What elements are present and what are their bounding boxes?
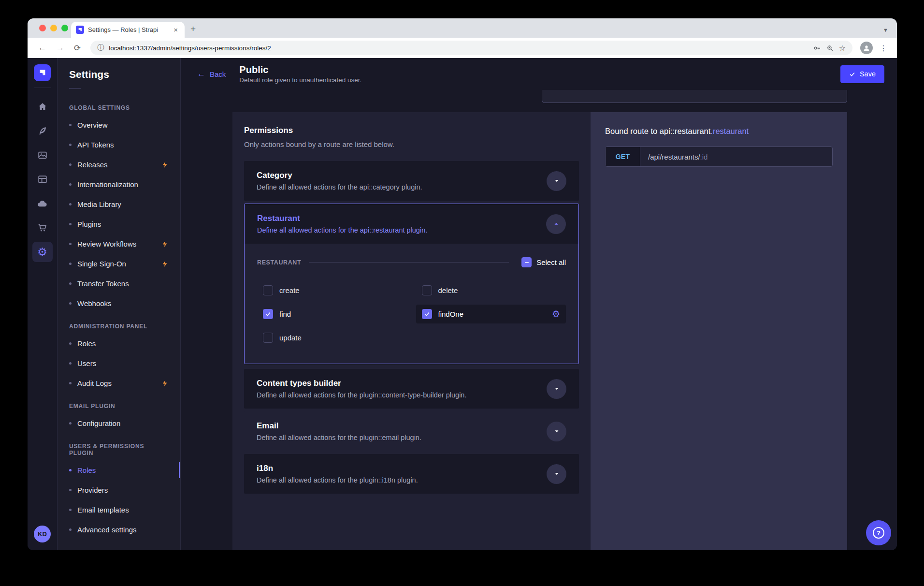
- sidebar-item-email-templates[interactable]: Email templates: [58, 500, 180, 520]
- sidebar-item-media-library[interactable]: Media Library: [58, 194, 180, 214]
- back-arrow-icon: ←: [197, 69, 205, 79]
- back-link[interactable]: ←Back: [197, 69, 226, 79]
- sidebar-item-users[interactable]: Users: [58, 353, 180, 373]
- browser-tab[interactable]: Settings — Roles | Strapi ×: [71, 22, 185, 38]
- advanced-settings-gear-icon[interactable]: ⚙: [552, 309, 560, 319]
- sidebar-item-providers[interactable]: Providers: [58, 480, 180, 500]
- chevron-down-icon[interactable]: [547, 464, 566, 484]
- help-button[interactable]: ?: [866, 520, 891, 545]
- checkbox-delete[interactable]: [422, 285, 432, 295]
- sidebar-item-transfer-tokens[interactable]: Transfer Tokens: [58, 274, 180, 293]
- zoom-icon[interactable]: [826, 44, 834, 52]
- sidebar-item-releases[interactable]: Releases: [58, 155, 180, 175]
- browser-menu-icon[interactable]: ⋮: [877, 44, 890, 53]
- select-all-checkbox[interactable]: [521, 257, 532, 267]
- checkbox-create[interactable]: [263, 285, 273, 295]
- browser-toolbar: ← → ⟳ ⓘ localhost:1337/admin/settings/us…: [28, 38, 897, 58]
- strapi-app: ⚙ KD Settings GLOBAL SETTINGS Overview A…: [28, 58, 897, 550]
- tab-strip: Settings — Roles | Strapi × + ▼: [28, 18, 897, 38]
- rail-divider: [34, 88, 51, 88]
- scroll-area: Permissions Only actions bound by a rout…: [181, 90, 897, 550]
- sidebar-item-review-workflows[interactable]: Review Workflows: [58, 234, 180, 254]
- minimize-window-button[interactable]: [50, 25, 57, 31]
- user-avatar[interactable]: KD: [34, 526, 51, 542]
- sidebar-item-configuration[interactable]: Configuration: [58, 413, 180, 433]
- sidebar-item-up-roles[interactable]: Roles: [58, 460, 180, 480]
- question-mark-icon: ?: [873, 527, 884, 539]
- permission-create[interactable]: create: [257, 281, 407, 300]
- section-global-settings: GLOBAL SETTINGS: [58, 95, 180, 115]
- premium-bolt-icon: [161, 161, 169, 168]
- accordion-email[interactable]: Email Define all allowed actions for the…: [244, 411, 579, 451]
- permissions-subtitle: Only actions bound by a route are listed…: [244, 140, 579, 148]
- marketplace-cart-icon[interactable]: [32, 218, 53, 238]
- password-key-icon[interactable]: [813, 44, 821, 52]
- window-controls[interactable]: [39, 25, 68, 31]
- profile-avatar-icon[interactable]: [860, 42, 873, 54]
- bullet-icon: [69, 183, 72, 186]
- back-button[interactable]: ←: [34, 43, 50, 53]
- bullet-icon: [69, 342, 72, 345]
- sidebar-item-plugins[interactable]: Plugins: [58, 214, 180, 234]
- content-manager-feather-icon[interactable]: [32, 121, 53, 141]
- site-info-icon[interactable]: ⓘ: [97, 44, 104, 52]
- bookmark-star-icon[interactable]: ☆: [839, 44, 846, 53]
- route-param: :id: [700, 153, 708, 161]
- subnav-title: Settings: [58, 69, 180, 80]
- save-button[interactable]: Save: [840, 65, 884, 83]
- accordion-content-types-builder[interactable]: Content types builder Define all allowed…: [244, 369, 579, 409]
- route-box: GET /api/restaurants/:id: [605, 146, 833, 167]
- checkbox-findone[interactable]: [422, 309, 432, 319]
- bullet-icon: [69, 144, 72, 146]
- bullet-icon: [69, 223, 72, 225]
- select-all-control[interactable]: Select all: [521, 257, 566, 267]
- permission-delete[interactable]: delete: [416, 281, 566, 300]
- sidebar-item-overview[interactable]: Overview: [58, 115, 180, 135]
- close-window-button[interactable]: [39, 25, 46, 31]
- sidebar-item-api-tokens[interactable]: API Tokens: [58, 135, 180, 155]
- checkbox-update[interactable]: [263, 333, 273, 343]
- group-label: RESTAURANT: [257, 259, 301, 266]
- controller-name: .restaurant: [710, 127, 749, 135]
- sidebar-item-advanced-settings[interactable]: Advanced settings: [58, 520, 180, 540]
- settings-subnav: Settings GLOBAL SETTINGS Overview API To…: [58, 58, 181, 550]
- chevron-down-icon[interactable]: [547, 379, 566, 399]
- premium-bolt-icon: [161, 260, 169, 267]
- settings-gear-icon[interactable]: ⚙: [32, 242, 53, 262]
- reload-button[interactable]: ⟳: [70, 43, 85, 53]
- accordion-i18n[interactable]: i18n Define all allowed actions for the …: [244, 454, 579, 494]
- sidebar-item-audit-logs[interactable]: Audit Logs: [58, 373, 180, 393]
- tab-close-icon[interactable]: ×: [172, 25, 180, 34]
- media-library-icon[interactable]: [32, 145, 53, 165]
- sidebar-item-internationalization[interactable]: Internationalization: [58, 175, 180, 194]
- home-icon[interactable]: [32, 97, 53, 117]
- sidebar-item-single-sign-on[interactable]: Single Sign-On: [58, 254, 180, 274]
- restaurant-permissions-body: RESTAURANT Select all: [245, 244, 578, 364]
- description-field-partial[interactable]: [542, 90, 847, 103]
- permission-findone[interactable]: findOne ⚙: [416, 305, 566, 323]
- permission-update[interactable]: update: [257, 328, 407, 347]
- fullscreen-window-button[interactable]: [61, 25, 68, 31]
- bullet-icon: [69, 243, 72, 245]
- bullet-icon: [69, 422, 72, 425]
- accordion-category[interactable]: Category Define all allowed actions for …: [244, 161, 579, 201]
- checkbox-find[interactable]: [263, 309, 273, 319]
- tab-search-chevron-icon[interactable]: ▼: [883, 27, 888, 33]
- accordion-restaurant[interactable]: Restaurant Define all allowed actions fo…: [244, 204, 579, 364]
- sidebar-item-admin-roles[interactable]: Roles: [58, 334, 180, 353]
- sidebar-item-webhooks[interactable]: Webhooks: [58, 293, 180, 313]
- permission-find[interactable]: find: [257, 305, 407, 323]
- chevron-down-icon[interactable]: [547, 171, 566, 191]
- forward-button[interactable]: →: [52, 43, 68, 53]
- new-tab-button[interactable]: +: [190, 24, 196, 34]
- section-administration-panel: ADMINISTRATION PANEL: [58, 313, 180, 334]
- url-text: localhost:1337/admin/settings/users-perm…: [109, 44, 808, 52]
- bullet-icon: [69, 528, 72, 531]
- chevron-up-icon[interactable]: [546, 214, 566, 234]
- cloud-deploy-icon[interactable]: [32, 193, 53, 214]
- chevron-down-icon[interactable]: [547, 422, 566, 441]
- address-bar[interactable]: ⓘ localhost:1337/admin/settings/users-pe…: [90, 41, 852, 55]
- check-icon: [849, 71, 855, 77]
- strapi-logo-icon[interactable]: [34, 64, 51, 81]
- content-type-builder-icon[interactable]: [32, 169, 53, 190]
